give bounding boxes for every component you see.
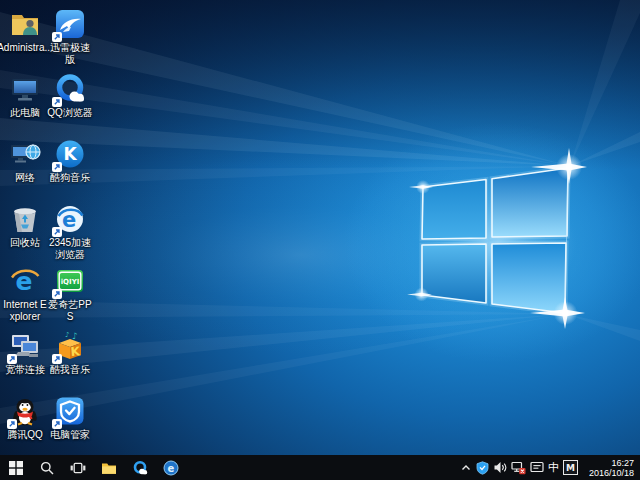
icon-label: 2345加速浏览器	[46, 237, 94, 261]
tray-action-center-button[interactable]	[530, 455, 544, 480]
shortcut-arrow-icon	[7, 354, 17, 364]
svg-text:iQIYI: iQIYI	[61, 278, 80, 286]
shortcut-arrow-icon	[52, 354, 62, 364]
desktop-icon-recycle-bin[interactable]: 回收站	[1, 203, 49, 249]
svg-text:K: K	[63, 144, 77, 164]
icon-label: 腾讯QQ	[1, 429, 49, 441]
tray-chevron-button[interactable]	[460, 455, 472, 480]
shield-icon	[476, 461, 489, 475]
desktop-icon-broadband[interactable]: 宽带连接	[1, 330, 49, 376]
desktop: Administra... 此电脑	[0, 0, 640, 455]
desktop-icon-tencent-qq[interactable]: 腾讯QQ	[1, 395, 49, 441]
icon-label: 爱奇艺PPS	[46, 299, 94, 323]
qq-browser-icon	[54, 73, 86, 105]
shortcut-arrow-icon	[7, 419, 17, 429]
kuwo-box-icon: K ♪ ♪	[54, 330, 86, 362]
shortcut-arrow-icon	[52, 289, 62, 299]
e-browser-taskbar-button[interactable]: e	[155, 455, 186, 480]
tray-clock[interactable]: 16:27 2016/10/18	[582, 458, 636, 478]
windows-logo-icon	[9, 461, 23, 475]
taskbar: e	[0, 455, 640, 480]
network-disconnected-icon	[511, 461, 526, 475]
tray-volume[interactable]	[493, 455, 507, 480]
shortcut-arrow-icon	[52, 227, 62, 237]
task-view-icon	[70, 461, 86, 475]
qq-browser-icon	[132, 460, 148, 476]
action-center-icon	[530, 461, 544, 474]
clock-time: 16:27	[582, 458, 634, 468]
chevron-up-icon	[460, 462, 472, 474]
icon-label: 迅雷极速版	[46, 42, 94, 66]
wallpaper-windows-hero	[0, 0, 640, 455]
kugou-k-icon: K	[54, 138, 86, 170]
desktop-icon-network[interactable]: 网络	[1, 138, 49, 184]
desktop-icon-qq-browser[interactable]: QQ浏览器	[46, 73, 94, 119]
thunder-bird-icon	[54, 8, 86, 40]
desktop-icon-pc-manager[interactable]: 电脑管家	[46, 395, 94, 441]
desktop-icon-internet-explorer[interactable]: e Internet Explorer	[1, 265, 49, 323]
icon-label: 宽带连接	[1, 364, 49, 376]
search-button[interactable]	[31, 455, 62, 480]
task-view-button[interactable]	[62, 455, 93, 480]
internet-explorer-icon: e	[9, 265, 41, 297]
folder-icon	[101, 461, 117, 475]
network-globe-icon	[9, 138, 41, 170]
svg-text:e: e	[167, 463, 174, 474]
svg-text:♪: ♪	[65, 331, 69, 339]
broadband-computers-icon	[9, 330, 41, 362]
recycle-bin-icon	[9, 203, 41, 235]
icon-label: 电脑管家	[46, 429, 94, 441]
desktop-icon-kugou-music[interactable]: K 酷狗音乐	[46, 138, 94, 184]
tray-ime-mode[interactable]: 中	[548, 455, 559, 480]
icon-label: Internet Explorer	[1, 299, 49, 323]
qq-penguin-icon	[9, 395, 41, 427]
desktop-icon-iqiyi-pps[interactable]: iQIYI 爱奇艺PPS	[46, 265, 94, 323]
e-browser-2345-icon: e	[54, 203, 86, 235]
tray-network[interactable]	[511, 455, 526, 480]
icon-label: 回收站	[1, 237, 49, 249]
desktop-icon-administrator[interactable]: Administra...	[1, 8, 49, 54]
desktop-icon-kuwo-music[interactable]: K ♪ ♪ 酷我音乐	[46, 330, 94, 376]
shortcut-arrow-icon	[52, 419, 62, 429]
shortcut-arrow-icon	[52, 97, 62, 107]
shortcut-arrow-icon	[52, 32, 62, 42]
taskbar-buttons: e	[0, 455, 186, 480]
start-button[interactable]	[0, 455, 31, 480]
desktop-icon-thunder-speed[interactable]: 迅雷极速版	[46, 8, 94, 66]
icon-label: 此电脑	[1, 107, 49, 119]
shortcut-arrow-icon	[52, 162, 62, 172]
qq-browser-taskbar-button[interactable]	[124, 455, 155, 480]
desktop-icon-browser-2345[interactable]: e 2345加速浏览器	[46, 203, 94, 261]
user-folder-icon	[9, 8, 41, 40]
svg-text:♪: ♪	[72, 331, 78, 341]
tray-pc-manager[interactable]	[476, 455, 489, 480]
desktop-icon-this-pc[interactable]: 此电脑	[1, 73, 49, 119]
clock-date: 2016/10/18	[582, 468, 634, 478]
icon-label: 酷狗音乐	[46, 172, 94, 184]
shield-check-icon	[54, 395, 86, 427]
icon-label: 网络	[1, 172, 49, 184]
e-browser-icon: e	[163, 460, 179, 476]
file-explorer-button[interactable]	[93, 455, 124, 480]
iqiyi-icon: iQIYI	[54, 265, 86, 297]
speaker-icon	[493, 461, 507, 474]
monitor-icon	[9, 73, 41, 105]
system-tray: 中 M 16:27 2016/10/18	[460, 455, 640, 480]
tray-ime-badge[interactable]: M	[563, 455, 578, 480]
search-icon	[40, 461, 54, 475]
ime-m-icon: M	[563, 460, 578, 475]
icon-label: 酷我音乐	[46, 364, 94, 376]
icon-label: QQ浏览器	[46, 107, 94, 119]
